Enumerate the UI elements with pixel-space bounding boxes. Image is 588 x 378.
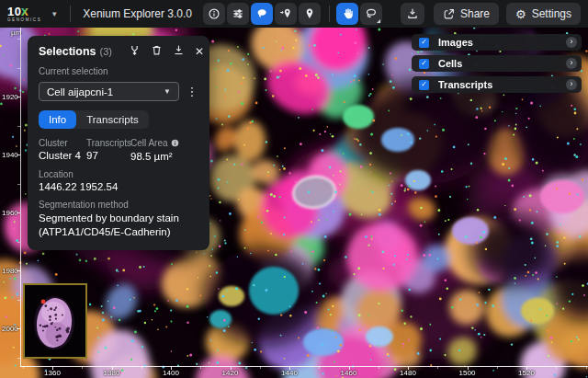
- current-selection-dropdown[interactable]: Cell aijapcni-1 ▼: [39, 82, 179, 101]
- current-selection-label: Current selection: [39, 66, 198, 76]
- close-panel-button[interactable]: ✕: [195, 46, 204, 57]
- combine-selections-button[interactable]: [129, 44, 141, 58]
- cell-area-value: 98.5 µm²: [130, 151, 198, 162]
- sliders-icon: [232, 7, 244, 20]
- combine-icon: [129, 44, 141, 56]
- tab-transcripts[interactable]: Transcripts: [76, 110, 148, 129]
- workspace-dropdown-caret[interactable]: ▼: [51, 10, 58, 18]
- view-settings-button[interactable]: [227, 3, 249, 25]
- dropdown-caret-icon: ▼: [164, 87, 171, 96]
- cluster-label: Cluster: [39, 138, 86, 148]
- images-checkbox[interactable]: ✓: [419, 38, 429, 48]
- settings-label: Settings: [532, 7, 571, 20]
- selection-menu-button[interactable]: ⋮: [186, 85, 198, 98]
- transcripts-value: 97: [86, 150, 130, 161]
- minimap-thumbnail: [25, 285, 85, 357]
- share-button[interactable]: Share: [434, 3, 499, 25]
- tissue-minimap[interactable]: [23, 283, 87, 359]
- pin-button[interactable]: [299, 3, 321, 25]
- trash-icon: [151, 44, 163, 56]
- main-toolbar: 10 x GENOMICS ▼ Xenium Explorer 3.0.0: [0, 0, 588, 28]
- info-button[interactable]: [203, 3, 225, 25]
- check-icon: ✓: [421, 39, 427, 46]
- svg-text:x: x: [21, 5, 28, 17]
- external-link-icon: [443, 8, 455, 20]
- lasso-tool-button[interactable]: [360, 3, 382, 25]
- cells-expand-button[interactable]: ›: [566, 58, 577, 69]
- transcripts-expand-button[interactable]: ›: [566, 79, 577, 90]
- cluster-value: Cluster 4: [39, 150, 86, 161]
- layer-label-cells: Cells: [438, 58, 462, 69]
- app-title: Xenium Explorer 3.0.0: [83, 7, 192, 20]
- delete-selection-button[interactable]: [151, 44, 163, 58]
- pin-arrow-icon: [279, 7, 292, 20]
- dropdown-value: Cell aijapcni-1: [47, 86, 113, 97]
- transcripts-checkbox[interactable]: ✓: [419, 80, 429, 90]
- layer-row-images[interactable]: ✓ Images ›: [412, 34, 582, 51]
- lasso-selection-icon: [255, 7, 268, 20]
- logo-subtext: GENOMICS: [7, 18, 41, 23]
- tenx-genomics-logo: 10 x GENOMICS: [7, 5, 41, 23]
- lasso-icon: [365, 7, 378, 20]
- toolbar-divider: [70, 6, 71, 22]
- check-icon: ✓: [421, 60, 427, 67]
- pin-icon: [303, 7, 316, 20]
- selections-panel: Selections (3) ✕ Current selection: [28, 36, 209, 250]
- export-selection-button[interactable]: [173, 44, 185, 58]
- export-download-icon: [173, 44, 185, 56]
- logo-x-glyph: x: [21, 5, 31, 17]
- cell-area-label: Cell Area: [130, 138, 198, 149]
- share-label: Share: [460, 7, 490, 20]
- cells-checkbox[interactable]: ✓: [419, 59, 429, 69]
- settings-button[interactable]: ⚙ Settings: [506, 3, 581, 25]
- check-icon: ✓: [421, 81, 427, 88]
- segmentation-method-value: Segmented by boundary stain (ATP1A1/CD45…: [39, 212, 198, 239]
- layer-row-transcripts[interactable]: ✓ Transcripts ›: [412, 76, 582, 93]
- gear-icon: ⚙: [515, 8, 526, 20]
- layer-row-cells[interactable]: ✓ Cells ›: [412, 55, 582, 72]
- location-label: Location: [39, 169, 198, 179]
- hand-icon: [341, 7, 354, 20]
- cell-area-info-icon[interactable]: [171, 139, 179, 149]
- location-value: 1446.22 1952.54: [39, 181, 198, 192]
- layer-label-images: Images: [438, 37, 473, 48]
- logo-text: 10: [7, 6, 21, 17]
- download-icon: [406, 7, 419, 20]
- layer-label-transcripts: Transcripts: [438, 79, 492, 90]
- selection-tabs: Info Transcripts: [39, 110, 149, 129]
- xenium-explorer-window: µm 1920194019601980200013601380140014201…: [0, 0, 588, 378]
- download-button[interactable]: [401, 3, 424, 25]
- selections-panel-title: Selections: [39, 45, 96, 58]
- selections-count: (3): [100, 46, 112, 57]
- segmentation-method-label: Segmentation method: [39, 200, 198, 210]
- transcripts-label: Transcripts: [86, 138, 130, 148]
- info-icon: [208, 7, 220, 20]
- pan-tool-button[interactable]: [336, 3, 358, 25]
- navigate-to-point-button[interactable]: [275, 3, 297, 25]
- images-expand-button[interactable]: ›: [566, 37, 577, 48]
- tab-info[interactable]: Info: [39, 110, 76, 129]
- selections-button[interactable]: [251, 3, 273, 25]
- toolbar-divider: [329, 6, 330, 22]
